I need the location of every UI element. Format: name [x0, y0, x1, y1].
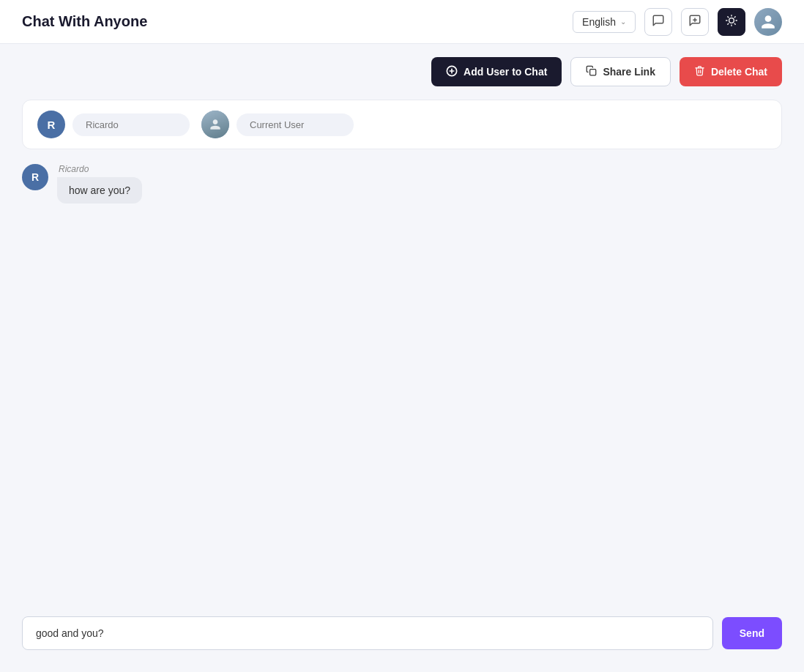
delete-chat-label: Delete Chat — [711, 66, 767, 78]
delete-chat-button[interactable]: Delete Chat — [680, 57, 782, 86]
user-avatar-photo — [201, 111, 229, 138]
user-bar: R — [22, 100, 782, 149]
user-chip-2 — [201, 111, 354, 138]
message-input[interactable] — [22, 616, 713, 650]
chat-container: R R Ricardo how are you? — [0, 100, 804, 605]
language-selector[interactable]: English ⌄ — [573, 11, 636, 33]
add-user-label: Add User to Chat — [464, 66, 547, 78]
trash-icon — [694, 65, 705, 78]
plus-icon — [446, 65, 458, 79]
user-avatar[interactable] — [754, 8, 782, 36]
send-label: Send — [740, 627, 764, 639]
svg-rect-14 — [590, 70, 596, 75]
chat-icon-btn[interactable] — [644, 8, 672, 36]
header-left: Chat With Anyone — [22, 13, 147, 30]
message-sender-name: Ricardo — [57, 164, 142, 174]
new-chat-icon-btn[interactable] — [681, 8, 709, 36]
message-sender-initial: R — [31, 171, 39, 183]
messages-area: R Ricardo how are you? — [22, 164, 782, 590]
user-initial-r: R — [48, 119, 56, 131]
user2-name-input[interactable] — [237, 113, 354, 136]
svg-line-9 — [728, 23, 729, 24]
send-button[interactable]: Send — [722, 617, 782, 649]
theme-icon-btn[interactable] — [718, 8, 745, 36]
message-content: Ricardo how are you? — [57, 164, 142, 204]
svg-line-10 — [734, 16, 735, 17]
share-link-label: Share Link — [603, 66, 655, 78]
user1-name-input[interactable] — [72, 113, 190, 136]
header-right: English ⌄ — [573, 8, 782, 36]
copy-icon — [586, 65, 597, 78]
add-user-button[interactable]: Add User to Chat — [431, 57, 562, 86]
new-chat-icon — [688, 14, 701, 30]
user-chip-1: R — [37, 111, 190, 138]
message-bubble: how are you? — [57, 177, 142, 204]
input-area: Send — [22, 605, 782, 650]
chevron-down-icon: ⌄ — [620, 18, 626, 26]
language-label: English — [582, 16, 616, 28]
header: Chat With Anyone English ⌄ — [0, 0, 804, 44]
action-bar: Add User to Chat Share Link Delete Chat — [0, 44, 804, 100]
chat-icon — [652, 14, 665, 30]
svg-point-2 — [729, 18, 734, 23]
user-photo-inner — [201, 111, 229, 138]
user-avatar-r: R — [37, 111, 65, 138]
message-avatar-r: R — [22, 164, 48, 190]
table-row: R Ricardo how are you? — [22, 164, 782, 204]
app-title: Chat With Anyone — [22, 13, 147, 30]
share-link-button[interactable]: Share Link — [570, 57, 671, 86]
svg-line-6 — [734, 23, 735, 24]
svg-line-5 — [728, 16, 729, 17]
theme-icon — [726, 15, 737, 29]
